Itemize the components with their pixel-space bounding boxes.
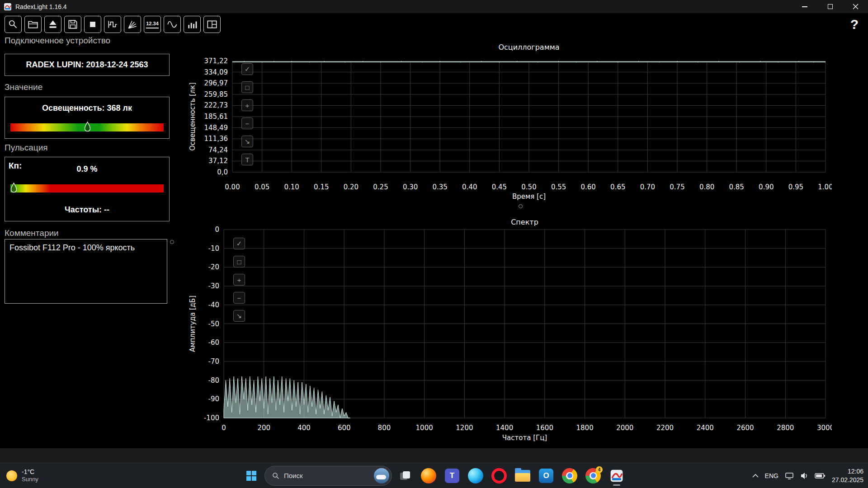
search-box[interactable]: Поиск <box>264 466 392 486</box>
minimize-icon <box>802 6 807 7</box>
record-pulse-button[interactable] <box>104 16 121 33</box>
histogram-icon <box>186 19 198 30</box>
taskbar-app-chrome-profile[interactable]: 4 <box>583 465 604 486</box>
oscillogram-view-button[interactable] <box>164 16 181 33</box>
zoom-out-tool-icon[interactable]: − <box>233 292 245 304</box>
text-tool-icon[interactable]: T <box>241 154 253 165</box>
svg-text:-90: -90 <box>208 395 220 403</box>
svg-text:0.10: 0.10 <box>284 183 299 191</box>
zoom-out-tool-icon[interactable]: − <box>241 117 253 129</box>
svg-text:-20: -20 <box>208 263 220 271</box>
select-tool-icon[interactable]: ✓ <box>241 63 253 75</box>
copy-tool-icon[interactable]: □ <box>241 81 253 93</box>
language-indicator[interactable]: ENG <box>765 472 778 479</box>
svg-text:800: 800 <box>378 424 391 432</box>
taskbar-app-file-explorer[interactable] <box>512 465 533 486</box>
splitter-handle[interactable] <box>170 240 174 244</box>
svg-text:1400: 1400 <box>496 424 513 432</box>
svg-text:222,73: 222,73 <box>204 101 228 109</box>
app-logo-icon <box>4 3 12 11</box>
battery-button[interactable] <box>815 473 826 479</box>
windows-taskbar: -1°C Sunny Поиск <box>0 463 868 488</box>
start-button[interactable] <box>241 465 262 486</box>
network-icon <box>785 472 794 479</box>
svg-text:0,0: 0,0 <box>217 168 228 176</box>
svg-text:2000: 2000 <box>616 424 633 432</box>
taskbar-app-opera[interactable] <box>489 465 509 486</box>
eject-icon <box>47 19 59 30</box>
svg-text:600: 600 <box>338 424 351 432</box>
maximize-button[interactable] <box>817 0 843 13</box>
svg-text:Освещенность [лк]: Освещенность [лк] <box>189 82 197 150</box>
open-folder-icon <box>27 19 39 30</box>
taskbar-app-outlook[interactable]: O <box>536 465 557 486</box>
svg-text:1.00: 1.00 <box>818 183 832 191</box>
layout-view-button[interactable] <box>203 16 221 33</box>
spectrum-view-button[interactable] <box>184 16 201 33</box>
sessions-button[interactable] <box>124 16 141 33</box>
device-name-box: RADEX LUPIN: 2018-12-24 2563 <box>5 54 170 76</box>
svg-text:Спектр: Спектр <box>511 218 538 226</box>
save-icon <box>67 19 79 30</box>
opera-icon <box>491 468 507 483</box>
task-view-icon <box>399 469 411 482</box>
taskbar-app-edge[interactable] <box>465 465 486 486</box>
svg-text:2200: 2200 <box>656 424 674 432</box>
spectrum-chart: 0200400600800100012001400160018002000220… <box>172 212 832 456</box>
svg-text:0.35: 0.35 <box>432 183 447 191</box>
select-tool-icon[interactable]: ✓ <box>233 238 245 249</box>
svg-text:1600: 1600 <box>536 424 553 432</box>
network-button[interactable] <box>785 472 794 479</box>
close-button[interactable] <box>843 0 868 13</box>
search-icon <box>272 472 279 479</box>
oscillogram-chart: 0.000.050.100.150.200.250.300.350.400.45… <box>172 40 832 202</box>
weather-widget[interactable]: -1°C Sunny <box>6 463 38 488</box>
main-toolbar: 12.34 ? <box>0 14 868 35</box>
copy-tool-icon[interactable]: □ <box>233 256 245 267</box>
taskbar-app-teams[interactable]: T <box>442 465 462 486</box>
clock-widget[interactable]: 12:06 27.02.2025 <box>832 467 863 483</box>
device-search-button[interactable] <box>5 16 22 33</box>
weather-condition: Sunny <box>22 476 38 483</box>
illuminance-marker[interactable] <box>85 122 90 132</box>
svg-text:2600: 2600 <box>736 424 754 432</box>
taskbar-app-task-view[interactable] <box>395 465 415 486</box>
title-bar: RadexLight 1.16.4 <box>0 0 868 14</box>
svg-text:Амплитуда [дБ]: Амплитуда [дБ] <box>189 296 197 352</box>
pulsation-box: Кп: 0.9 % Частоты: -- <box>5 157 170 221</box>
svg-text:-100: -100 <box>204 414 219 422</box>
help-button[interactable]: ? <box>845 15 863 33</box>
file-explorer-icon <box>515 470 530 482</box>
app-status-bar <box>0 448 868 463</box>
zoom-in-tool-icon[interactable]: + <box>233 274 245 286</box>
close-icon <box>853 4 859 9</box>
minimize-button[interactable] <box>792 0 817 13</box>
stop-button[interactable] <box>84 16 101 33</box>
fit-tool-icon[interactable]: ↘ <box>233 310 245 322</box>
illuminance-reading: Освещенность: 368 лк <box>5 103 169 113</box>
taskbar-app-radexlight[interactable] <box>606 465 627 486</box>
tray-overflow-button[interactable] <box>752 474 759 478</box>
eject-button[interactable] <box>44 16 61 33</box>
device-name: RADEX LUPIN: 2018-12-24 2563 <box>26 60 148 70</box>
fit-tool-icon[interactable]: ↘ <box>241 136 253 147</box>
comments-input[interactable]: Fossibot F112 Pro - 100% яркость <box>5 239 167 304</box>
svg-text:400: 400 <box>297 424 311 432</box>
numeric-display-button[interactable]: 12.34 <box>144 16 161 33</box>
taskbar-app-firefox[interactable] <box>418 465 439 486</box>
svg-text:0.65: 0.65 <box>610 183 625 191</box>
svg-text:-60: -60 <box>208 338 220 347</box>
battery-icon <box>815 473 826 479</box>
taskbar-app-chrome[interactable] <box>559 465 580 486</box>
zoom-in-tool-icon[interactable]: + <box>241 99 253 111</box>
pulsation-marker[interactable] <box>11 183 17 193</box>
svg-text:0.85: 0.85 <box>729 183 744 191</box>
svg-text:74,24: 74,24 <box>208 146 228 154</box>
volume-button[interactable] <box>800 472 808 479</box>
frequencies-text: Частоты: -- <box>5 205 169 215</box>
splitter-handle[interactable] <box>519 204 523 208</box>
save-button[interactable] <box>64 16 81 33</box>
window-controls <box>792 0 868 13</box>
open-file-button[interactable] <box>24 16 42 33</box>
system-tray: ENG 12:06 <box>752 463 863 488</box>
